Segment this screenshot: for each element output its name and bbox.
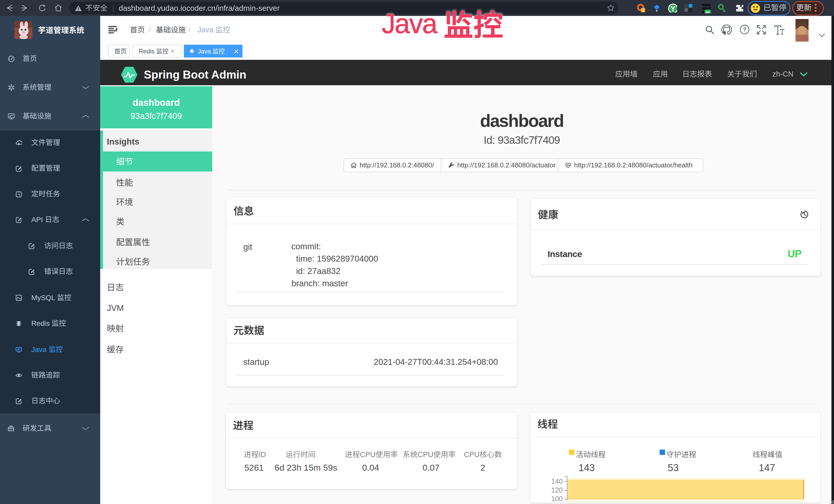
svg-text:on: on: [706, 10, 710, 13]
svg-text:1: 1: [642, 8, 644, 12]
svg-text:?: ?: [743, 26, 746, 32]
